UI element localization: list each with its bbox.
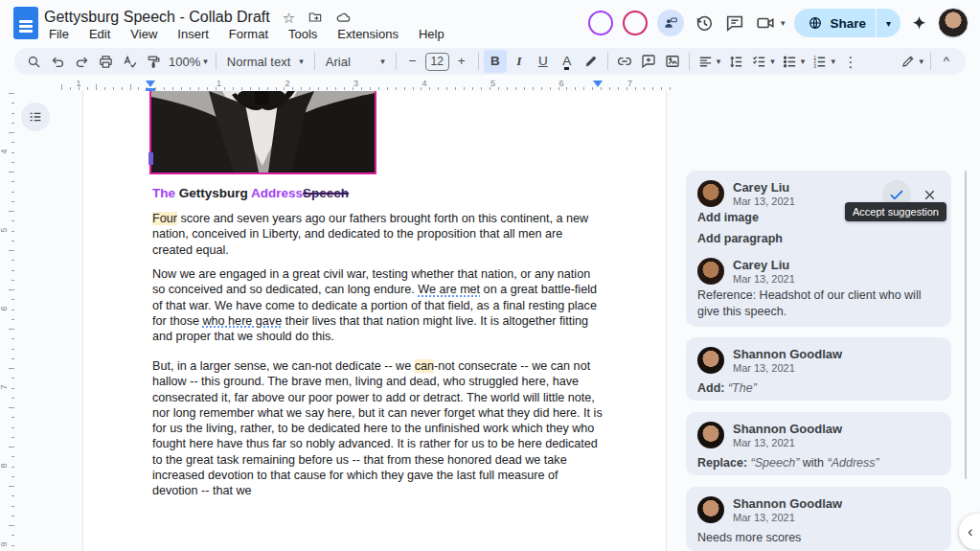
inserted-photo-suggested[interactable] — [149, 91, 376, 174]
increase-font-size-button[interactable]: + — [450, 50, 473, 73]
checklist-select[interactable]: ▾ — [748, 50, 778, 73]
italic-button[interactable]: I — [508, 50, 531, 73]
right-indent-marker[interactable] — [593, 80, 603, 87]
titlebar: Gettysburg Speech - Collab Draft ☆ File … — [0, 0, 980, 46]
redo-icon[interactable] — [70, 50, 93, 73]
paragraph[interactable]: But, in a larger sense, we can-not dedic… — [152, 358, 603, 499]
search-menus-icon[interactable] — [22, 50, 45, 73]
collapse-panel-button[interactable]: ‹ — [959, 514, 980, 550]
comments-icon[interactable] — [724, 12, 745, 34]
suggestion-summary: Add: “The” — [697, 381, 757, 395]
comment-author: Shannon Goodlaw — [733, 347, 842, 361]
paragraph[interactable]: Now we are engaged in a great civil war,… — [152, 266, 603, 344]
comment-date: Mar 13, 2021 — [733, 195, 795, 207]
print-icon[interactable] — [94, 50, 117, 73]
avatar — [697, 496, 724, 523]
avatar — [697, 180, 724, 207]
suggestion-card[interactable]: Carey Liu Mar 13, 2021 Accept suggestion… — [686, 171, 951, 327]
menubar: File Edit View Insert Format Tools Exten… — [44, 26, 449, 42]
menu-insert[interactable]: Insert — [172, 26, 214, 42]
comment-text: Reference: Headshot of our client who wi… — [697, 287, 939, 320]
share-button[interactable]: Share ▾ — [794, 9, 900, 37]
collaborator-avatar[interactable] — [623, 11, 648, 35]
avatar — [697, 422, 724, 448]
gemini-sparkle-icon[interactable] — [910, 14, 928, 33]
menu-tools[interactable]: Tools — [284, 26, 322, 42]
comment-date: Mar 13, 2021 — [733, 512, 842, 523]
left-indent-marker[interactable] — [146, 80, 155, 87]
numbered-list-select[interactable]: 123 ▾ — [809, 50, 838, 73]
paragraph[interactable]: Four score and seven years ago our fathe… — [152, 211, 603, 258]
insert-image-icon[interactable] — [661, 50, 684, 73]
document-heading[interactable]: The Gettysburg AddressSpeech — [152, 186, 349, 200]
vertical-ruler[interactable]: 456789 — [0, 91, 15, 551]
comment-card[interactable]: Shannon Goodlaw Mar 13, 2021 Needs more … — [686, 487, 951, 551]
decrease-font-size-button[interactable]: − — [401, 50, 424, 73]
comment-author: Carey Liu — [733, 180, 795, 195]
menu-file[interactable]: File — [44, 26, 74, 42]
menu-edit[interactable]: Edit — [84, 26, 115, 42]
chevron-down-icon: ▾ — [781, 19, 786, 28]
comment-date: Mar 13, 2021 — [733, 273, 795, 285]
avatar — [697, 258, 724, 285]
add-comment-icon[interactable] — [637, 50, 660, 73]
menu-extensions[interactable]: Extensions — [332, 26, 403, 42]
suggestion-summary: Add paragraph — [697, 232, 783, 245]
font-family-select[interactable]: Arial▾ — [320, 50, 391, 73]
toolbar: 100%▾ Normal text▾ Arial▾ − 12 + B I U A… — [14, 48, 966, 75]
document-page[interactable]: The Gettysburg AddressSpeech Four score … — [82, 91, 667, 551]
comment-date: Mar 13, 2021 — [733, 437, 842, 448]
editing-mode-select[interactable]: ▾ — [898, 50, 926, 73]
comments-scrollbar[interactable] — [965, 171, 967, 479]
collaborator-avatar[interactable] — [588, 11, 613, 35]
selection-handle[interactable] — [148, 152, 153, 165]
paragraph-style-select[interactable]: Normal text▾ — [221, 50, 309, 73]
suggestion-card[interactable]: Shannon Goodlaw Mar 13, 2021 Add: “The” — [686, 337, 951, 401]
cloud-saved-icon[interactable] — [335, 10, 352, 26]
paint-format-icon[interactable] — [142, 50, 165, 73]
meet-video-call-button[interactable]: ▾ — [755, 12, 786, 34]
spell-check-icon[interactable] — [118, 50, 141, 73]
comment-date: Mar 13, 2021 — [733, 362, 842, 374]
suggestion-summary: Replace: “Speech” with “Address” — [697, 456, 879, 470]
suggestion-summary: Add image — [697, 211, 759, 224]
hide-menus-icon[interactable]: ^ — [935, 50, 958, 73]
suggestion-card[interactable]: Shannon Goodlaw Mar 13, 2021 Replace: “S… — [686, 412, 951, 475]
follow-collaborator-button[interactable] — [657, 10, 684, 36]
underline-button[interactable]: U — [532, 50, 555, 73]
comment-text: Needs more scores — [697, 531, 801, 544]
bold-button[interactable]: B — [484, 50, 507, 73]
avatar — [697, 347, 724, 374]
undo-icon[interactable] — [46, 50, 69, 73]
align-select[interactable]: ▾ — [695, 50, 724, 73]
accept-suggestion-tooltip: Accept suggestion — [845, 202, 946, 221]
zoom-select[interactable]: 100%▾ — [166, 50, 211, 73]
highlight-color-icon[interactable] — [580, 50, 603, 73]
move-folder-icon[interactable] — [308, 10, 323, 25]
version-history-icon[interactable] — [694, 12, 715, 34]
docs-app-icon[interactable] — [13, 7, 38, 39]
bulleted-list-select[interactable]: ▾ — [779, 50, 809, 73]
comment-author: Shannon Goodlaw — [733, 422, 842, 436]
document-title[interactable]: Gettysburg Speech - Collab Draft — [44, 9, 270, 26]
link-access-globe-icon — [808, 15, 823, 31]
more-options-icon[interactable]: ⋮ — [839, 50, 862, 73]
menu-help[interactable]: Help — [414, 26, 449, 42]
font-size-input[interactable]: 12 — [425, 53, 449, 71]
comment-author: Carey Liu — [733, 258, 795, 272]
menu-view[interactable]: View — [125, 26, 162, 42]
text-color-button[interactable]: A — [556, 50, 579, 73]
show-outline-button[interactable] — [21, 103, 50, 131]
star-icon[interactable]: ☆ — [283, 11, 295, 25]
share-options-caret: ▾ — [877, 9, 900, 37]
insert-link-icon[interactable] — [613, 50, 636, 73]
svg-text:3: 3 — [814, 63, 817, 68]
account-avatar[interactable] — [938, 8, 969, 38]
comment-author: Shannon Goodlaw — [733, 496, 842, 511]
menu-format[interactable]: Format — [224, 26, 273, 42]
line-spacing-icon[interactable] — [724, 50, 747, 73]
